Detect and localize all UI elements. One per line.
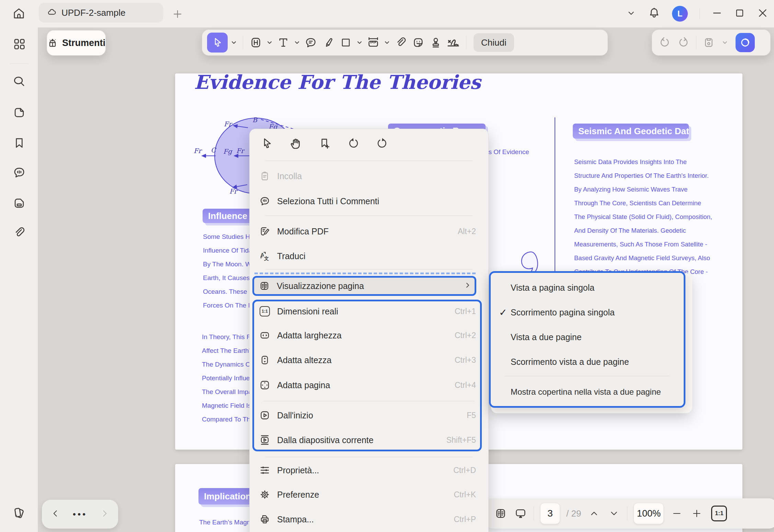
seismic-text-line: And Density Of The Materials. Geodetic — [574, 224, 742, 238]
presentation-mode-button[interactable] — [514, 505, 527, 522]
text-tool-button[interactable] — [276, 33, 291, 53]
next-page-button[interactable] — [607, 505, 621, 522]
previous-page-button[interactable] — [587, 505, 601, 522]
measure-tool-button[interactable] — [366, 33, 381, 53]
submenu-item-scorrimento-due-pagine[interactable]: Scorrimento vista a due pagine — [496, 352, 680, 371]
close-button[interactable] — [757, 7, 769, 20]
submenu-item-scorrimento-pagina-singola[interactable]: ✓ Scorrimento pagina singola — [496, 303, 680, 322]
ai-assistant-button[interactable] — [736, 33, 755, 52]
selection-ants-decoration — [254, 273, 476, 274]
submenu-item-vista-due-pagine[interactable]: Vista a due pagine — [496, 327, 680, 347]
menu-item-incolla[interactable]: Incolla — [253, 167, 485, 185]
stamp-tool-button[interactable] — [428, 33, 443, 53]
document-tab[interactable]: UPDF-2-sample — [39, 3, 163, 23]
pager-divider — [534, 506, 534, 521]
column-divider — [555, 117, 555, 283]
next-page-chevron[interactable] — [100, 509, 109, 520]
rotate-left-button[interactable] — [344, 135, 363, 152]
select-tool-button[interactable] — [207, 33, 228, 53]
menu-item-modifica-pdf[interactable]: Modifica PDF Alt+2 — [253, 223, 485, 240]
zoom-in-button[interactable] — [690, 505, 704, 522]
updf-app-window: Evidence For The Theories — [0, 0, 774, 532]
shape-tool-button[interactable] — [338, 33, 353, 53]
sidebar-item-attachments[interactable] — [12, 226, 26, 240]
play-from-current-icon — [259, 435, 270, 446]
minimize-button[interactable] — [712, 8, 722, 20]
submenu-item-vista-pagina-singola[interactable]: Vista a pagina singola — [496, 278, 680, 297]
fit-page-icon — [259, 380, 270, 391]
menu-item-dimensioni-reali[interactable]: 1:1 Dimensioni reali Ctrl+1 — [253, 303, 485, 320]
undo-button[interactable] — [658, 34, 671, 51]
home-button[interactable] — [9, 3, 29, 23]
hand-tool-button[interactable] — [286, 135, 305, 152]
menu-divider — [265, 457, 473, 457]
new-tab-button[interactable] — [171, 8, 184, 21]
comment-tool-button[interactable] — [303, 33, 318, 53]
menu-item-adatta-altezza[interactable]: Adatta altezza Ctrl+3 — [253, 351, 485, 369]
add-bookmark-button[interactable] — [315, 135, 334, 152]
redo-button[interactable] — [677, 34, 691, 51]
sticker-tool-button[interactable] — [411, 33, 426, 53]
menu-divider — [265, 161, 473, 161]
sidebar-item-tools-grid[interactable] — [12, 37, 26, 51]
heading-tool-button[interactable] — [248, 33, 263, 53]
sidebar-item-pages[interactable] — [12, 106, 26, 119]
quick-tools-row — [257, 135, 392, 152]
text-tool-chevron[interactable] — [293, 40, 301, 45]
page-nav-pill: ••• — [42, 500, 118, 529]
sidebar-item-bookmarks[interactable] — [12, 136, 26, 150]
menu-item-traduci[interactable]: A文 Traduci — [253, 247, 485, 265]
maximize-button[interactable] — [734, 8, 745, 20]
context-menu: Incolla Seleziona Tutti i Commenti Modif… — [249, 129, 489, 532]
seismic-text-line: Seismic Data Provides Insights Into The — [574, 155, 742, 169]
menu-item-stampa[interactable]: Stampa... Ctrl+P — [253, 511, 485, 528]
svg-text:Fr: Fr — [236, 147, 245, 154]
strumenti-button[interactable]: Strumenti — [47, 30, 106, 56]
menu-item-adatta-pagina[interactable]: Adatta pagina Ctrl+4 — [253, 377, 485, 394]
select-quick-button[interactable] — [257, 135, 276, 152]
highlighter-tool-button[interactable] — [321, 33, 336, 53]
submenu-item-mostra-copertina[interactable]: Mostra copertina nella vista a due pagin… — [496, 382, 680, 402]
select-tool-chevron[interactable] — [230, 40, 238, 45]
actual-size-button[interactable]: 1:1 — [711, 506, 727, 521]
notifications-bell-icon[interactable] — [648, 7, 660, 21]
svg-text:文: 文 — [264, 256, 269, 261]
menu-item-visualizzazione-pagina[interactable]: Visualizzazione pagina — [252, 276, 476, 296]
paperclip-icon — [395, 36, 407, 49]
measure-tool-chevron[interactable] — [383, 40, 391, 45]
page-view-mode-button[interactable] — [494, 505, 508, 522]
zoom-level-input[interactable]: 100% — [634, 503, 664, 524]
seismic-text-line: Structure And Properties Of The Earth's … — [574, 169, 742, 183]
menu-item-seleziona-commenti[interactable]: Seleziona Tutti i Commenti — [253, 193, 485, 210]
seismic-text-line: Measurements, Such As Those From Satelli… — [574, 238, 742, 251]
ai-swirl-icon — [739, 36, 751, 49]
save-button[interactable] — [702, 34, 716, 51]
sidebar-item-page-organize[interactable] — [12, 506, 26, 520]
cloud-icon — [46, 8, 57, 18]
page-nav-more[interactable]: ••• — [73, 509, 87, 520]
menu-item-proprieta[interactable]: Proprietà... Ctrl+D — [253, 462, 485, 479]
menu-item-dall-inizio[interactable]: Dall'inizio F5 — [253, 407, 485, 424]
toolbar-divider — [696, 35, 696, 50]
save-options-chevron[interactable] — [721, 40, 729, 45]
menu-item-preferenze[interactable]: Preferenze Ctrl+K — [253, 486, 485, 503]
sidebar-item-search[interactable] — [12, 75, 26, 89]
sidebar-item-page-thumbnails[interactable] — [12, 196, 26, 210]
attachment-tool-button[interactable] — [393, 33, 408, 53]
tab-overflow-chevron[interactable] — [626, 8, 636, 20]
translate-icon: A文 — [259, 251, 270, 262]
menu-item-adatta-larghezza[interactable]: Adatta larghezza Ctrl+2 — [253, 327, 485, 344]
rotate-right-button[interactable] — [373, 135, 392, 152]
chiudi-button[interactable]: Chiudi — [474, 33, 514, 52]
shape-tool-chevron[interactable] — [356, 40, 363, 45]
page-number-input[interactable]: 3 — [540, 503, 560, 524]
view-zoom-bar: 3 / 29 100% 1:1 — [485, 498, 774, 529]
signature-tool-button[interactable] — [446, 33, 461, 53]
menu-divider — [263, 401, 475, 401]
heading-tool-chevron[interactable] — [266, 40, 273, 45]
sidebar-item-comments[interactable] — [12, 165, 26, 179]
prev-page-chevron[interactable] — [51, 509, 60, 520]
menu-item-dalla-diapositiva[interactable]: Dalla diapositiva corrente Shift+F5 — [253, 431, 485, 449]
user-avatar[interactable]: L — [672, 6, 688, 22]
zoom-out-button[interactable] — [670, 505, 684, 522]
